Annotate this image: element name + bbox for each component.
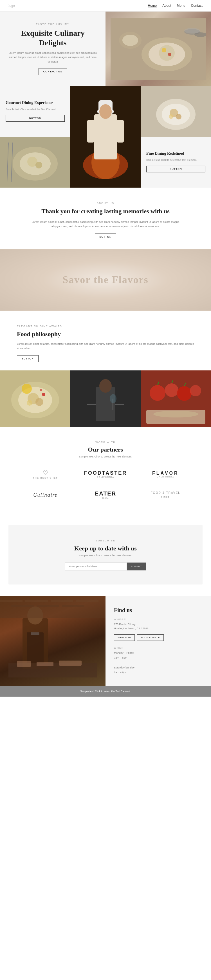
eater-name: EATER: [95, 490, 116, 497]
svg-point-40: [42, 393, 45, 396]
svg-point-4: [162, 48, 166, 52]
svg-rect-71: [76, 600, 98, 602]
svg-point-50: [165, 383, 178, 397]
philosophy-sublabel: Elegant Cuisine Awaits: [17, 325, 194, 328]
svg-point-5: [168, 52, 171, 56]
svg-rect-69: [25, 600, 48, 602]
dining-right-button[interactable]: BUTTON: [146, 165, 205, 172]
hero-title: Exquisite Culinary Delights: [8, 29, 97, 47]
dining-left-body: Sample text. Click to select the Text El…: [6, 108, 65, 111]
subscribe-form: SUBMIT: [42, 563, 169, 570]
find-us-address: 676 Pacific C Hwy Huntington Beach, CA 0…: [114, 622, 203, 630]
partner-best-chef-label: THE BEST CHEF: [33, 477, 58, 479]
philosophy-section: Elegant Cuisine Awaits Food philosophy L…: [0, 311, 211, 371]
subscribe-sublabel: Subscribe: [42, 539, 169, 542]
address-line2: Huntington Beach, CA 07898: [114, 627, 149, 630]
find-us-hours: Monday – Friday 7am – 6pm Saturday/Sunda…: [114, 651, 203, 675]
food-top-right-cell: [141, 86, 211, 137]
nav-contact[interactable]: Contact: [191, 4, 203, 8]
navigation: logo Home About Menu Contact: [0, 0, 211, 11]
footer: Sample text. Click to select the Text El…: [0, 686, 211, 697]
blur-overlay-text: Savor the Flavors: [62, 274, 148, 286]
hero-body: Lorem ipsum dolor sit amet, consectetur …: [8, 51, 97, 64]
food-photo-1: [0, 371, 70, 427]
svg-rect-70: [51, 600, 73, 602]
dining-right-body: Sample text. Click to select the Text El…: [146, 158, 205, 162]
eater-sub: Malibu: [102, 497, 109, 500]
flavor-sub: CALIFORNIA: [157, 476, 174, 478]
find-us-when-label: WHEN: [114, 646, 203, 649]
philosophy-button[interactable]: BUTTON: [17, 355, 38, 362]
photos-row: [0, 371, 211, 427]
culinaire-name: Culinaire: [33, 492, 57, 498]
dining-right-heading: Fine Dining Redefined: [146, 151, 205, 156]
svg-point-39: [22, 383, 32, 394]
svg-point-47: [110, 394, 116, 403]
find-us-where-label: WHERE: [114, 618, 203, 621]
find-us-heading: Find us: [114, 607, 203, 614]
svg-rect-72: [11, 605, 34, 607]
svg-point-57: [153, 411, 198, 417]
flavor-name: FLAVOR: [152, 471, 179, 476]
partner-eater: EATER Malibu: [77, 488, 134, 503]
partner-foodtaster: FOODTASTER CALIFORNIA: [77, 467, 134, 481]
footer-text: Sample text. Click to select the Text El…: [4, 690, 207, 693]
nav-about[interactable]: About: [162, 4, 171, 8]
foodtaster-sub: CALIFORNIA: [97, 476, 114, 478]
hero-food-visual: [106, 11, 211, 86]
address-line1: 676 Pacific C Hwy: [114, 622, 136, 626]
svg-point-37: [35, 398, 43, 406]
hero-tagline: Taste the Luxury: [36, 23, 70, 25]
svg-rect-65: [36, 662, 54, 666]
subscribe-section: Subscribe Keep up to date with us Sample…: [0, 525, 211, 584]
view-map-button[interactable]: VIEW MAP: [114, 634, 135, 641]
partners-sublabel: Work With: [8, 441, 203, 444]
svg-point-24: [176, 114, 181, 119]
dining-grid: Gourmet Dining Experience Sample text. C…: [0, 86, 211, 188]
svg-point-7: [122, 35, 138, 46]
foodtaster-name: FOODTASTER: [84, 470, 127, 476]
about-button[interactable]: BUTTON: [95, 234, 116, 240]
nav-links: Home About Menu Contact: [148, 4, 203, 8]
food-top-right-image: [141, 86, 211, 137]
find-us-info-block: Find us WHERE 676 Pacific C Hwy Huntingt…: [106, 596, 211, 686]
svg-point-25: [169, 115, 173, 119]
svg-rect-62: [31, 632, 40, 635]
find-us-buttons: VIEW MAP BOOK A TABLE: [114, 634, 203, 641]
about-section: About Us Thank you for creating lasting …: [0, 188, 211, 249]
svg-point-3: [159, 45, 175, 61]
hero-section: Taste the Luxury Exquisite Culinary Deli…: [0, 11, 211, 86]
dining-right-text: Fine Dining Redefined Sample text. Click…: [141, 137, 211, 188]
book-table-button[interactable]: BOOK A TABLE: [137, 634, 164, 641]
svg-point-41: [40, 389, 42, 391]
chef-heart-icon: ♡: [43, 469, 48, 477]
subscribe-body: Sample text. Click to select the Text El…: [42, 554, 169, 557]
dining-left-button[interactable]: BUTTON: [6, 115, 65, 122]
hero-image: [106, 11, 211, 86]
partner-flavor: FLAVOR CALIFORNIA: [137, 468, 194, 480]
partner-best-chef: ♡ THE BEST CHEF: [17, 466, 74, 482]
chef-image-cell: [70, 86, 141, 188]
nav-home[interactable]: Home: [148, 4, 157, 8]
nav-menu[interactable]: Menu: [177, 4, 186, 8]
hero-cta-button[interactable]: CONTACT US: [38, 68, 67, 75]
svg-rect-18: [87, 120, 94, 143]
food-photo-2: [70, 371, 141, 427]
find-us-section: Find us WHERE 676 Pacific C Hwy Huntingt…: [0, 596, 211, 686]
svg-point-30: [35, 162, 42, 169]
find-us-image: [0, 596, 106, 686]
svg-point-45: [99, 379, 112, 393]
partners-section: Work With Our partners Sample text. Clic…: [0, 427, 211, 514]
partners-heading: Our partners: [8, 446, 203, 453]
food-photo-3: [141, 371, 211, 427]
svg-rect-14: [94, 115, 117, 159]
partner-culinaire: Culinaire: [17, 489, 74, 501]
svg-rect-61: [27, 632, 44, 663]
food-bottom-left-cell: [0, 137, 70, 188]
svg-rect-64: [17, 661, 31, 667]
email-input[interactable]: [65, 563, 127, 570]
subscribe-box: Subscribe Keep up to date with us Sample…: [8, 525, 203, 584]
subscribe-submit-button[interactable]: SUBMIT: [127, 563, 146, 570]
svg-rect-68: [0, 600, 22, 602]
nav-logo: logo: [8, 3, 15, 8]
